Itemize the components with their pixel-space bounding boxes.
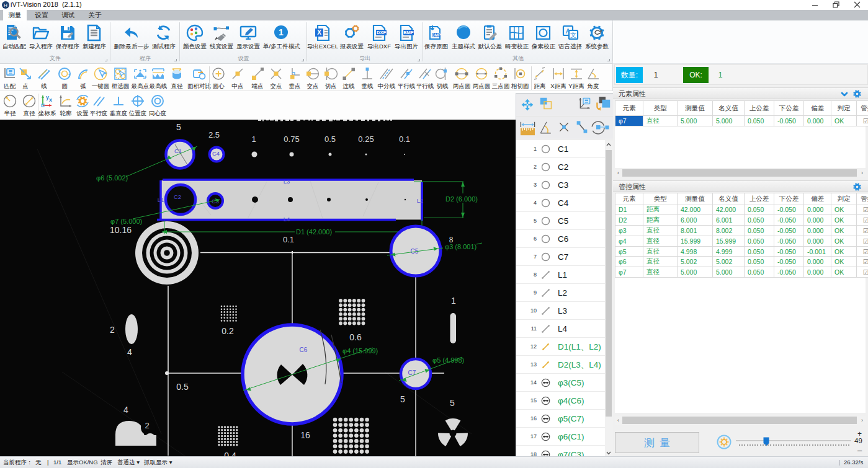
svg-text:0.2: 0.2 xyxy=(221,326,234,336)
svg-text:2: 2 xyxy=(145,421,149,430)
svg-text:2.5: 2.5 xyxy=(208,130,220,139)
svg-text:0.25: 0.25 xyxy=(358,135,374,144)
svg-text:D2 (6.000): D2 (6.000) xyxy=(445,195,478,203)
svg-text:L2: L2 xyxy=(417,197,424,204)
svg-text:φ7 (5.000): φ7 (5.000) xyxy=(110,218,142,225)
svg-text:H: H xyxy=(4,2,7,8)
svg-text:L1: L1 xyxy=(158,196,164,203)
svg-text:L4: L4 xyxy=(284,216,290,223)
svg-text:φ6 (5.002): φ6 (5.002) xyxy=(96,174,128,182)
svg-text:5: 5 xyxy=(176,122,181,132)
svg-text:0.5: 0.5 xyxy=(324,135,336,144)
svg-text:4: 4 xyxy=(123,405,128,415)
svg-text:0.1: 0.1 xyxy=(399,135,410,144)
svg-text:X: X xyxy=(317,29,321,36)
svg-text:BMP: BMP xyxy=(403,30,414,35)
svg-text:C7: C7 xyxy=(408,369,416,376)
svg-text:x: x xyxy=(49,97,52,103)
svg-text:C4: C4 xyxy=(212,150,220,157)
svg-text:10.16: 10.16 xyxy=(110,225,132,235)
svg-text:4: 4 xyxy=(127,347,132,357)
svg-text:DXF: DXF xyxy=(377,30,386,35)
svg-text:1: 1 xyxy=(451,296,456,306)
svg-text:2: 2 xyxy=(110,325,115,335)
svg-text:1: 1 xyxy=(251,135,256,144)
svg-text:L3: L3 xyxy=(284,178,290,185)
svg-text:5: 5 xyxy=(450,398,455,408)
svg-text:BMP: BMP xyxy=(432,32,441,37)
svg-text:0.6: 0.6 xyxy=(349,332,362,342)
svg-text:0.5: 0.5 xyxy=(176,382,189,392)
svg-text:D1 (42.000): D1 (42.000) xyxy=(296,228,332,236)
svg-text:0.75: 0.75 xyxy=(284,135,299,144)
svg-text:1: 1 xyxy=(279,27,284,37)
svg-text:φ5 (4.998): φ5 (4.998) xyxy=(432,356,464,364)
svg-text:C6: C6 xyxy=(300,347,308,353)
svg-text:16: 16 xyxy=(300,430,310,440)
svg-text:0.1: 0.1 xyxy=(283,235,294,244)
svg-text:C2: C2 xyxy=(174,193,181,200)
svg-text:φ4 (15.999): φ4 (15.999) xyxy=(342,347,378,355)
svg-text:5: 5 xyxy=(400,394,405,404)
svg-text:文: 文 xyxy=(570,32,576,38)
svg-text:8: 8 xyxy=(449,236,454,244)
